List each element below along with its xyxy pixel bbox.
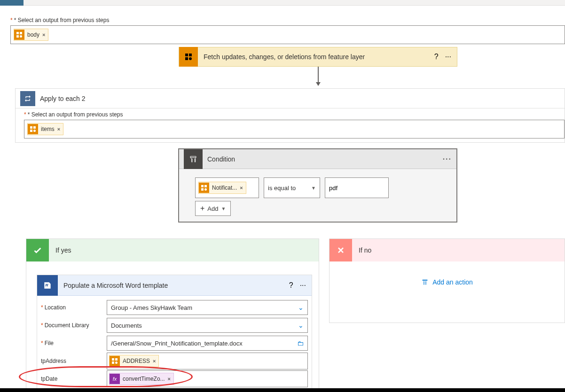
- add-condition-row[interactable]: + Add ▼: [195, 201, 231, 216]
- if-yes-branch: If yes Populate a Microsoft Word templat…: [26, 238, 319, 389]
- svg-rect-2: [16, 35, 19, 38]
- condition-rhs[interactable]: pdf: [325, 177, 389, 198]
- svg-rect-18: [112, 361, 114, 364]
- if-no-label: If no: [359, 246, 371, 254]
- folder-icon[interactable]: 🗀: [297, 339, 304, 347]
- svg-rect-17: [115, 358, 118, 361]
- survey123-icon: [14, 30, 24, 40]
- svg-point-3: [20, 35, 22, 38]
- svg-rect-5: [189, 54, 192, 56]
- condition-lhs[interactable]: Notificat... ×: [195, 177, 259, 198]
- chevron-down-icon: ⌄: [298, 322, 304, 329]
- survey123-icon: [179, 47, 198, 67]
- plus-icon: +: [200, 204, 204, 213]
- tpdate-field[interactable]: fx convertTimeZo... ×: [107, 370, 308, 387]
- survey123-icon: [28, 124, 38, 134]
- svg-rect-16: [112, 358, 114, 361]
- check-icon: [26, 239, 49, 261]
- svg-point-11: [33, 130, 36, 132]
- apply-to-each-card[interactable]: Apply to each 2 * Select an output from …: [15, 88, 565, 143]
- tpaddress-label: tpAddress: [41, 358, 107, 364]
- remove-icon[interactable]: ×: [57, 126, 60, 132]
- token-address[interactable]: ADDRESS ×: [109, 355, 159, 367]
- inner-output-field[interactable]: items ×: [24, 120, 565, 138]
- condition-operator[interactable]: is equal to ▼: [264, 177, 320, 198]
- svg-point-15: [204, 188, 207, 191]
- library-select[interactable]: Documents ⌄: [107, 318, 308, 333]
- svg-rect-4: [185, 54, 188, 56]
- token-notification[interactable]: Notificat... ×: [198, 182, 246, 194]
- svg-rect-8: [30, 126, 32, 129]
- fx-icon: fx: [110, 374, 120, 384]
- svg-rect-1: [20, 32, 22, 34]
- apply-title: Apply to each 2: [40, 95, 86, 102]
- svg-rect-14: [201, 188, 204, 191]
- output-label-outer: * Select an output from previous steps: [10, 17, 109, 23]
- chevron-down-icon: ▼: [311, 185, 316, 191]
- flow-arrow-icon: [318, 67, 319, 85]
- close-icon: [330, 239, 352, 261]
- if-yes-label: If yes: [55, 246, 71, 254]
- more-icon[interactable]: ···: [445, 53, 451, 61]
- help-icon[interactable]: ?: [289, 281, 293, 290]
- survey123-icon: [199, 183, 209, 193]
- fetch-card[interactable]: Fetch updates, changes, or deletions fro…: [179, 47, 457, 67]
- more-icon[interactable]: ···: [300, 281, 306, 290]
- chevron-down-icon: ⌄: [298, 304, 304, 311]
- svg-rect-10: [30, 130, 32, 132]
- location-select[interactable]: Group - Ames SkyHawk Team ⌄: [107, 300, 308, 315]
- add-action-icon: [421, 278, 429, 286]
- svg-rect-0: [16, 32, 19, 34]
- location-label: Location: [41, 304, 66, 311]
- token-converttimezone[interactable]: fx convertTimeZo... ×: [109, 373, 174, 385]
- survey123-icon: [110, 356, 120, 366]
- outer-output-field[interactable]: body ×: [10, 25, 565, 44]
- condition-card[interactable]: Condition ··· Notificat... × is equal to…: [178, 148, 457, 223]
- condition-title: Condition: [207, 155, 235, 163]
- remove-icon[interactable]: ×: [42, 32, 45, 38]
- if-no-branch: If no Add an action: [329, 238, 565, 323]
- svg-point-7: [189, 57, 192, 60]
- remove-icon[interactable]: ×: [240, 185, 243, 191]
- loop-icon: [20, 91, 35, 106]
- svg-rect-9: [33, 126, 36, 129]
- remove-icon[interactable]: ×: [168, 376, 171, 382]
- word-icon: [37, 275, 58, 296]
- fetch-title: Fetch updates, changes, or deletions fro…: [204, 53, 365, 61]
- svg-point-19: [115, 361, 118, 364]
- more-icon[interactable]: ···: [443, 155, 452, 163]
- add-action-button[interactable]: Add an action: [330, 278, 565, 286]
- file-input[interactable]: /General/Snow_Print_Notification_templat…: [107, 336, 308, 351]
- svg-rect-12: [201, 185, 204, 187]
- word-title[interactable]: Populate a Microsoft Word template: [63, 282, 168, 289]
- svg-rect-13: [204, 185, 207, 187]
- svg-rect-6: [185, 57, 188, 60]
- library-label: Document Library: [41, 322, 89, 329]
- help-icon[interactable]: ?: [434, 53, 439, 61]
- remove-icon[interactable]: ×: [153, 358, 156, 364]
- word-action-card[interactable]: Populate a Microsoft Word template ? ···…: [37, 275, 312, 391]
- chevron-down-icon: ▼: [221, 206, 226, 211]
- condition-icon: [184, 149, 203, 169]
- token-body[interactable]: body ×: [14, 29, 48, 41]
- tpdate-label: tpDate: [41, 376, 107, 382]
- output-label-inner: * Select an output from previous steps: [24, 111, 123, 118]
- tpaddress-field[interactable]: ADDRESS ×: [107, 353, 308, 369]
- file-label: File: [41, 340, 54, 346]
- token-items[interactable]: items ×: [27, 123, 63, 135]
